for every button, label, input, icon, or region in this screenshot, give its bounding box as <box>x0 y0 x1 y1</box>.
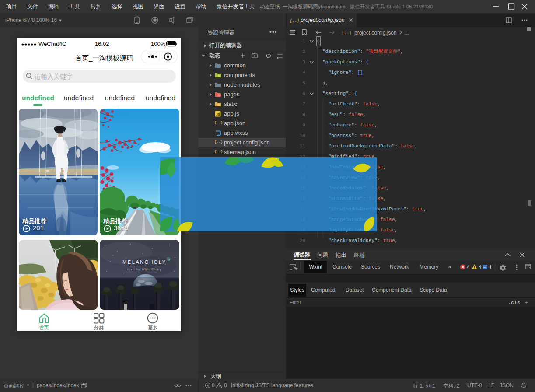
svg-text:0: 0 <box>224 382 227 388</box>
svg-text:cover by: White Cherry: cover by: White Cherry <box>127 268 161 271</box>
svg-text:4: 4 <box>467 264 470 270</box>
svg-text:0: 0 <box>212 382 215 388</box>
svg-text:project.config.json: project.config.json <box>354 30 397 36</box>
svg-text:{..}: {..} <box>290 18 299 23</box>
svg-text:MELANCHOLY: MELANCHOLY <box>122 259 166 265</box>
svg-text:{..}: {..} <box>342 31 352 35</box>
svg-text:...: ... <box>404 30 409 36</box>
svg-text:4: 4 <box>479 264 482 270</box>
svg-text:1: 1 <box>489 264 492 270</box>
svg-text:JS: JS <box>216 113 220 116</box>
